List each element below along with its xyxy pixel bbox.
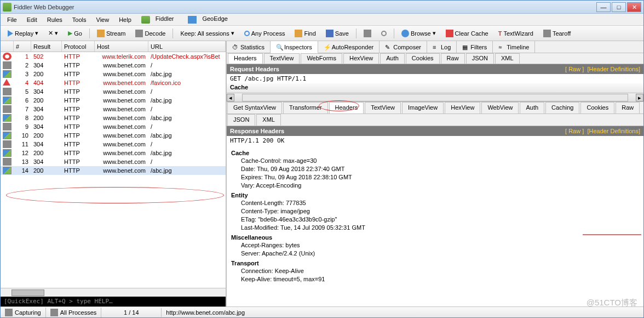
table-row[interactable]: 8 200 HTTP www.benet.com /abc.jpg [1,113,226,122]
quickexec-input[interactable]: [QuickExec] ALT+Q > type HELP… [1,297,226,306]
any-process-button[interactable]: Any Process [240,29,289,38]
resptab-auth[interactable]: Auth [520,102,544,113]
table-row[interactable]: 2 304 HTTP www.benet.com / [1,61,226,70]
resptab-textview[interactable]: TextView [365,102,401,113]
session-type-icon [3,158,12,166]
reqtab-headers[interactable]: Headers [228,53,263,64]
menu-view[interactable]: View [92,15,114,24]
composer-icon: ✎ [385,44,392,50]
resptab-headers[interactable]: Headers [329,102,364,113]
menu-tools[interactable]: Tools [68,15,91,24]
camera-button[interactable] [360,28,375,39]
maximize-button[interactable]: □ [612,2,626,12]
table-row[interactable]: 7 304 HTTP www.benet.com / [1,105,226,113]
table-row[interactable]: 4 404 HTTP www.benet.com /favicon.ico [1,78,226,87]
menu-file[interactable]: File [3,15,21,24]
clear-cache-button[interactable]: Clear Cache [442,28,492,39]
resptab-cookies[interactable]: Cookies [580,102,614,113]
session-type-icon [3,132,12,139]
col-result[interactable]: Result [31,41,62,52]
tab-log[interactable]: ≡Log [427,41,457,53]
menu-rules[interactable]: Rules [43,15,67,24]
table-row[interactable]: 6 200 HTTP www.benet.com /abc.jpg [1,96,226,105]
browse-button[interactable]: Browse ▾ [398,28,440,39]
menu-geoedge[interactable]: GeoEdge [183,14,236,24]
replay-button[interactable]: Replay ▾ [4,28,42,38]
req-hdef-link[interactable]: [Header Definitions] [587,66,640,72]
resptab-transformer[interactable]: Transformer [283,102,328,113]
col-url[interactable]: URL [148,41,226,52]
textwizard-button[interactable]: T TextWizard [495,29,537,38]
resptab-get-syntaxview[interactable]: Get SyntaxView [227,102,282,113]
reqtab-textview[interactable]: TextView [264,53,300,64]
col-host[interactable]: Host [95,41,148,52]
minimize-button[interactable]: — [596,2,611,12]
tab-filters[interactable]: ▦Filters [457,41,493,53]
menu-fiddler[interactable]: Fiddler [137,14,183,24]
close-button[interactable]: ✕ [627,2,641,12]
tab-statistics[interactable]: ⏱Statistics [227,41,271,53]
replay-icon [8,30,13,37]
col-proto[interactable]: Protocol [62,41,95,52]
fiddler-icon [141,16,150,24]
header-item: ETag: "bde6b-46ea3c3d3b9c0-gzip" [241,215,639,224]
clock-icon [381,31,387,36]
stream-button[interactable]: Stream [93,28,129,39]
resptab-raw[interactable]: Raw [616,102,640,113]
header-item: Expires: Thu, 09 Aug 2018 22:38:10 GMT [241,173,639,181]
tab-composer[interactable]: ✎Composer [380,41,427,53]
resptab-webview[interactable]: WebView [481,102,519,113]
table-row[interactable]: 13 304 HTTP www.benet.com / [1,157,226,166]
timer-button[interactable] [377,29,390,38]
tab-inspectors[interactable]: 🔍Inspectors [271,41,318,53]
resptab-json[interactable]: JSON [227,114,255,126]
resptab-caching[interactable]: Caching [545,102,579,113]
header-item: Keep-Alive: timeout=5, max=91 [241,275,639,283]
save-button[interactable]: Save [322,28,353,39]
menubar: File Edit Rules Tools View Help Fiddler … [1,14,643,26]
req-raw-link[interactable]: [ Raw ] [565,66,584,72]
resp-raw-link[interactable]: [ Raw ] [565,128,584,134]
reqtab-xml[interactable]: XML [495,53,520,64]
stop-button[interactable]: ✕ ▾ [44,28,62,38]
target-icon [244,31,250,36]
inspectors-icon: 🔍 [276,44,283,50]
session-grid[interactable]: 1 502 HTTP www.telerik.com /UpdateCheck.… [1,52,226,288]
menu-help[interactable]: Help [114,15,136,24]
col-num[interactable]: # [14,41,31,52]
table-row[interactable]: 11 304 HTTP www.benet.com / [1,140,226,149]
resptab-hexview[interactable]: HexView [445,102,480,113]
reqtab-webforms[interactable]: WebForms [301,53,342,64]
resp-hdef-link[interactable]: [Header Definitions] [587,128,640,134]
horizontal-scrollbar[interactable] [1,288,226,297]
reqtab-raw[interactable]: Raw [441,53,465,64]
decode-button[interactable]: Decode [131,28,169,39]
request-scrollbar[interactable]: ◂▸ [227,93,643,102]
go-button[interactable]: ▶ Go [64,28,86,38]
resptab-imageview[interactable]: ImageView [402,102,444,113]
table-row[interactable]: 9 304 HTTP www.benet.com / [1,122,226,131]
find-button[interactable]: Find [291,28,319,39]
table-row[interactable]: 12 200 HTTP www.benet.com /abc.jpg [1,149,226,157]
reqtab-auth[interactable]: Auth [380,53,405,64]
table-row[interactable]: 3 200 HTTP www.benet.com /abc.jpg [1,70,226,78]
reqtab-hexview[interactable]: HexView [343,53,379,64]
table-row[interactable]: 10 200 HTTP www.benet.com /abc.jpg [1,131,226,140]
menu-edit[interactable]: Edit [22,15,42,24]
table-row[interactable]: 14 200 HTTP www.benet.com /abc.jpg [1,166,226,175]
reqtab-json[interactable]: JSON [466,53,494,64]
header-item: Last-Modified: Tue, 14 Jul 2009 05:32:31… [241,224,639,232]
table-row[interactable]: 1 502 HTTP www.telerik.com /UpdateCheck.… [1,52,226,61]
capturing-indicator[interactable]: Capturing [1,308,46,317]
session-type-icon [3,88,12,95]
reqtab-cookies[interactable]: Cookies [406,53,440,64]
tearoff-button[interactable]: Tearoff [539,28,574,39]
processes-filter[interactable]: All Processes [46,308,102,317]
capture-icon [5,309,13,316]
resptab-xml[interactable]: XML [256,114,281,126]
keep-dropdown[interactable]: Keep: All sessions ▾ [176,28,238,38]
tab-timeline[interactable]: ≈Timeline [493,41,535,53]
col-icon[interactable] [1,41,14,52]
tab-autoresponder[interactable]: ⚡AutoResponder [318,41,380,53]
table-row[interactable]: 5 304 HTTP www.benet.com / [1,87,226,96]
